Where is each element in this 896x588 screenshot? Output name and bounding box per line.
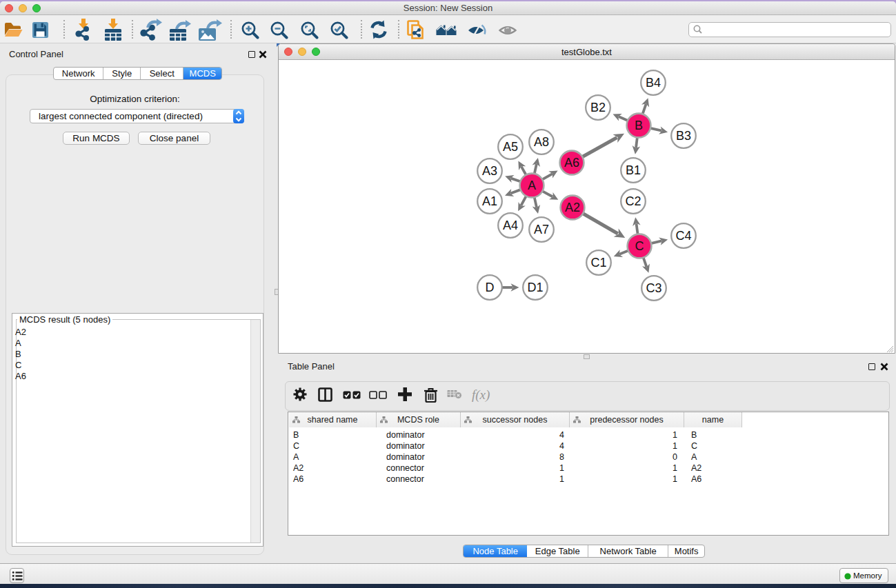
svg-text:A5: A5 [503, 140, 518, 154]
svg-text:C3: C3 [646, 281, 661, 295]
svg-text:D1: D1 [527, 281, 543, 294]
svg-text:C4: C4 [675, 229, 691, 243]
svg-text:B2: B2 [590, 101, 606, 114]
svg-text:B1: B1 [626, 163, 641, 177]
svg-text:A: A [528, 179, 536, 192]
svg-text:A6: A6 [564, 156, 579, 170]
svg-text:D: D [486, 281, 495, 294]
svg-text:C: C [635, 239, 644, 253]
svg-text:A3: A3 [482, 164, 497, 178]
svg-text:A8: A8 [534, 135, 549, 149]
svg-text:C1: C1 [590, 256, 606, 270]
svg-text:A7: A7 [534, 223, 549, 236]
svg-text:C2: C2 [625, 194, 641, 208]
svg-text:B3: B3 [676, 129, 691, 143]
svg-text:B: B [635, 119, 643, 132]
svg-text:A1: A1 [482, 194, 497, 208]
svg-text:A2: A2 [565, 201, 580, 214]
svg-text:A4: A4 [503, 219, 518, 232]
svg-text:B4: B4 [646, 76, 661, 90]
